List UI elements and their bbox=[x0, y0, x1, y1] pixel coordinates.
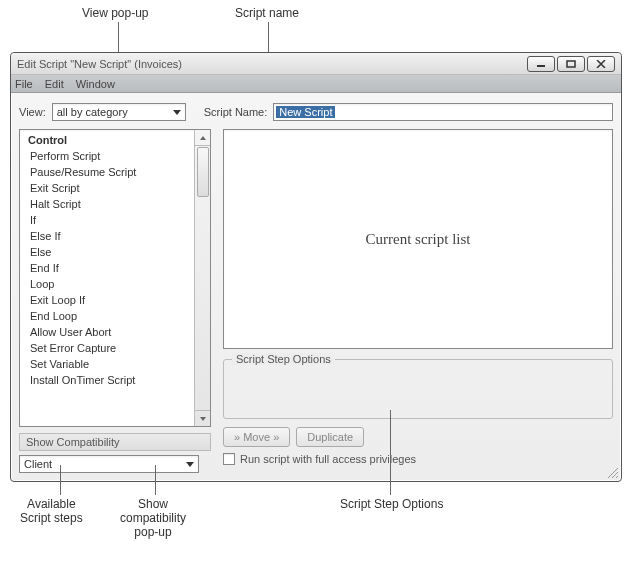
view-select-value: all by category bbox=[57, 106, 128, 118]
window-title: Edit Script "New Script" (Invoices) bbox=[17, 58, 525, 70]
list-item[interactable]: Perform Script bbox=[20, 148, 194, 164]
options-legend: Script Step Options bbox=[232, 353, 335, 365]
scroll-thumb[interactable] bbox=[197, 147, 209, 197]
edit-script-window: Edit Script "New Script" (Invoices) File… bbox=[10, 52, 622, 482]
list-item[interactable]: Pause/Resume Script bbox=[20, 164, 194, 180]
script-steps-list[interactable]: Control Perform Script Pause/Resume Scri… bbox=[19, 129, 211, 427]
scroll-up-icon[interactable] bbox=[195, 130, 210, 146]
list-item[interactable]: Set Error Capture bbox=[20, 340, 194, 356]
move-button[interactable]: » Move » bbox=[223, 427, 290, 447]
list-item[interactable]: Halt Script bbox=[20, 196, 194, 212]
view-label: View: bbox=[19, 106, 46, 118]
script-name-value: New Script bbox=[276, 106, 335, 118]
chevron-down-icon bbox=[186, 462, 194, 467]
callout-show-compat: Show compatibility pop-up bbox=[120, 497, 186, 539]
list-item[interactable]: Exit Loop If bbox=[20, 292, 194, 308]
script-area-callout: Current script list bbox=[366, 231, 471, 248]
window-body: View: all by category Script Name: New S… bbox=[11, 93, 621, 481]
list-item[interactable]: Set Variable bbox=[20, 356, 194, 372]
callout-script-name: Script name bbox=[235, 6, 299, 20]
menu-file[interactable]: File bbox=[15, 78, 33, 90]
scrollbar[interactable] bbox=[194, 130, 210, 426]
list-item[interactable]: Install OnTimer Script bbox=[20, 372, 194, 388]
list-item[interactable]: Else bbox=[20, 244, 194, 260]
menu-edit[interactable]: Edit bbox=[45, 78, 64, 90]
titlebar: Edit Script "New Script" (Invoices) bbox=[11, 53, 621, 75]
list-item[interactable]: Else If bbox=[20, 228, 194, 244]
script-name-input[interactable]: New Script bbox=[273, 103, 613, 121]
script-step-options-box: Script Step Options bbox=[223, 359, 613, 419]
svg-rect-1 bbox=[567, 61, 575, 67]
list-item[interactable]: End Loop bbox=[20, 308, 194, 324]
minimize-button[interactable] bbox=[527, 56, 555, 72]
list-item[interactable]: Loop bbox=[20, 276, 194, 292]
compatibility-value: Client bbox=[24, 458, 52, 470]
scroll-down-icon[interactable] bbox=[195, 410, 210, 426]
callout-available-steps: Available Script steps bbox=[20, 497, 83, 525]
menu-window[interactable]: Window bbox=[76, 78, 115, 90]
callout-view-popup: View pop-up bbox=[82, 6, 149, 20]
list-item[interactable]: End If bbox=[20, 260, 194, 276]
list-item[interactable]: Allow User Abort bbox=[20, 324, 194, 340]
script-name-label: Script Name: bbox=[204, 106, 268, 118]
steps-category-header: Control bbox=[20, 132, 194, 148]
callout-line bbox=[155, 465, 156, 495]
callout-script-step-options: Script Step Options bbox=[340, 497, 443, 511]
list-item[interactable]: Exit Script bbox=[20, 180, 194, 196]
resize-grip-icon[interactable] bbox=[606, 466, 618, 478]
list-item[interactable]: If bbox=[20, 212, 194, 228]
menubar: File Edit Window bbox=[11, 75, 621, 93]
view-select[interactable]: all by category bbox=[52, 103, 186, 121]
svg-rect-0 bbox=[537, 65, 545, 67]
maximize-button[interactable] bbox=[557, 56, 585, 72]
callout-line bbox=[60, 465, 61, 495]
show-compatibility-label: Show Compatibility bbox=[19, 433, 211, 451]
callout-line bbox=[390, 410, 391, 495]
close-button[interactable] bbox=[587, 56, 615, 72]
duplicate-button[interactable]: Duplicate bbox=[296, 427, 364, 447]
full-access-checkbox[interactable] bbox=[223, 453, 235, 465]
chevron-down-icon bbox=[173, 110, 181, 115]
current-script-list[interactable]: Current script list bbox=[223, 129, 613, 349]
compatibility-select[interactable]: Client bbox=[19, 455, 199, 473]
